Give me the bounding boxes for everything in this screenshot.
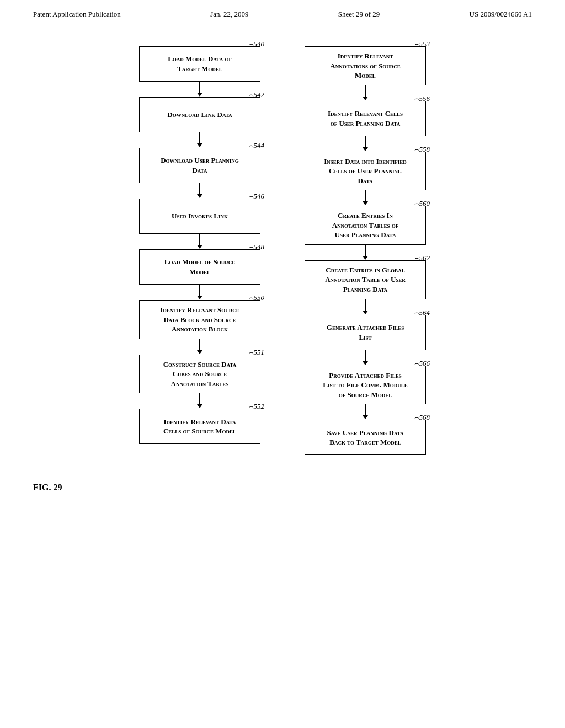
flow-box-542: ⌢542Download Link Data [139, 97, 260, 132]
arrow-shaft [199, 285, 200, 296]
arrowhead [197, 194, 202, 198]
step-number-558: ⌢558 [414, 144, 430, 154]
arrowhead [363, 201, 368, 205]
arrowhead [197, 245, 202, 249]
arrow-shaft [365, 404, 366, 415]
step-number-564: ⌢564 [414, 308, 430, 318]
flow-box-562: ⌢562Create Entries in GlobalAnnotation T… [305, 260, 426, 299]
arrow-shaft [199, 339, 200, 350]
step-number-553: ⌢553 [414, 39, 430, 49]
figure-label: FIG. 29 [0, 466, 565, 509]
arrowhead [197, 296, 202, 299]
step-number-562: ⌢562 [414, 253, 430, 263]
arrowhead [197, 143, 202, 147]
arrow-shaft [365, 85, 366, 97]
arrow-shaft [199, 234, 200, 245]
flow-box-558: ⌢558Insert Data into IdentifiedCells of … [305, 152, 426, 191]
arrowhead [197, 93, 202, 97]
arrow-546 [197, 234, 202, 249]
arrow-shaft [365, 190, 366, 201]
arrow-553 [363, 85, 368, 101]
flow-box-553: ⌢553Identify RelevantAnnotations of Sour… [305, 46, 426, 85]
header-date: Jan. 22, 2009 [210, 10, 248, 19]
step-number-546: ⌢546 [249, 191, 265, 201]
arrow-550 [197, 339, 202, 355]
arrowhead [197, 350, 202, 354]
arrow-shaft [365, 350, 366, 361]
arrow-shaft [365, 299, 366, 311]
flow-box-550: ⌢550Identify Relevant SourceData Block a… [139, 300, 260, 339]
arrow-556 [363, 136, 368, 152]
step-number-568: ⌢568 [414, 413, 430, 422]
arrow-566 [363, 404, 368, 420]
flow-box-548: ⌢548Load Model of SourceModel [139, 249, 260, 285]
arrowhead [363, 361, 368, 365]
step-number-556: ⌢556 [414, 94, 430, 104]
flow-box-556: ⌢556Identify Relevant Cellsof User Plann… [305, 101, 426, 136]
diagram-area: ⌢540Load Model Data ofTarget Model⌢542Do… [0, 24, 565, 466]
arrow-544 [197, 183, 202, 199]
arrow-shaft [199, 132, 200, 143]
page-header: Patent Application Publication Jan. 22, … [0, 0, 565, 24]
arrowhead [363, 97, 368, 100]
flow-box-560: ⌢560Create Entries InAnnotation Tables o… [305, 206, 426, 245]
arrow-shaft [199, 393, 200, 404]
flow-box-546: ⌢546User Invokes Link [139, 199, 260, 234]
step-number-560: ⌢560 [414, 199, 430, 208]
arrow-560 [363, 245, 368, 260]
header-left: Patent Application Publication [33, 10, 121, 19]
arrowhead [363, 256, 368, 260]
arrow-shaft [365, 136, 366, 147]
arrowhead [197, 404, 202, 408]
step-number-566: ⌢566 [414, 358, 430, 368]
step-number-540: ⌢540 [249, 39, 265, 49]
arrow-542 [197, 132, 202, 148]
flow-box-540: ⌢540Load Model Data ofTarget Model [139, 46, 260, 82]
header-patent: US 2009/0024660 A1 [470, 10, 532, 19]
arrow-shaft [199, 82, 200, 93]
arrow-551 [197, 393, 202, 409]
step-number-552: ⌢552 [249, 402, 265, 411]
left-column: ⌢540Load Model Data ofTarget Model⌢542Do… [134, 46, 266, 455]
flow-box-552: ⌢552Identify Relevant DataCells of Sourc… [139, 409, 260, 444]
arrow-558 [363, 190, 368, 206]
arrow-548 [197, 285, 202, 300]
arrowhead [363, 147, 368, 151]
arrow-564 [363, 350, 368, 366]
header-sheet: Sheet 29 of 29 [338, 10, 380, 19]
right-column: ⌢553Identify RelevantAnnotations of Sour… [299, 46, 431, 455]
arrow-562 [363, 299, 368, 315]
step-number-551: ⌢551 [249, 347, 265, 357]
flow-box-544: ⌢544Download User PlanningData [139, 148, 260, 183]
flow-box-566: ⌢566Provide Attached FilesList to File C… [305, 366, 426, 405]
arrowhead [363, 311, 368, 314]
arrow-shaft [199, 183, 200, 194]
flow-box-568: ⌢568Save User Planning DataBack to Targe… [305, 420, 426, 455]
arrow-shaft [365, 245, 366, 256]
flow-box-564: ⌢564Generate Attached FilesList [305, 315, 426, 350]
step-number-548: ⌢548 [249, 242, 265, 252]
arrowhead [363, 415, 368, 419]
arrow-540 [197, 82, 202, 97]
flow-box-551: ⌢551Construct Source DataCubes and Sourc… [139, 355, 260, 394]
step-number-550: ⌢550 [249, 293, 265, 303]
step-number-544: ⌢544 [249, 141, 265, 151]
step-number-542: ⌢542 [249, 90, 265, 100]
